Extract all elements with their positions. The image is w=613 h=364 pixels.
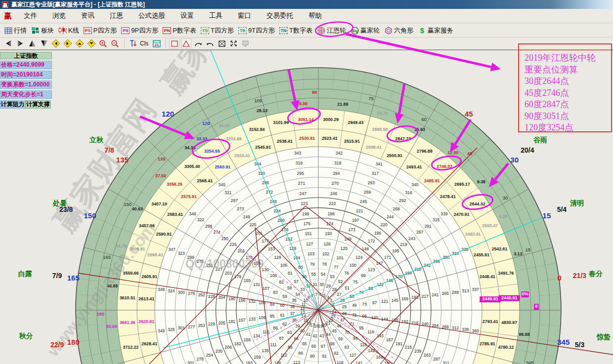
rim-solar-term-label: 秋分 xyxy=(19,332,33,340)
rect-tool-button[interactable] xyxy=(169,39,179,48)
rim-solar-term-label: 清明 xyxy=(570,199,584,207)
svg-text:Cls: Cls xyxy=(140,40,148,47)
svg-text:68: 68 xyxy=(330,341,335,346)
svg-text:3356.25: 3356.25 xyxy=(167,182,182,187)
svg-text:15.63: 15.63 xyxy=(414,127,425,132)
annotation-line-3: 30度2644点 xyxy=(525,76,596,87)
calendar-button[interactable]: 21 xyxy=(151,39,162,48)
tri-down-button[interactable] xyxy=(39,39,49,48)
svg-text:129: 129 xyxy=(274,255,281,260)
svg-text:191: 191 xyxy=(395,341,402,346)
menu-item-2[interactable]: 浏览 xyxy=(47,10,71,22)
diamond-right-button[interactable] xyxy=(62,39,73,48)
svg-text:273: 273 xyxy=(237,206,244,211)
svg-text:34: 34 xyxy=(295,292,300,297)
svg-text:3.13: 3.13 xyxy=(514,251,522,256)
toolbar-item-行情[interactable]: 行情 xyxy=(4,26,27,35)
svg-text:2500.91: 2500.91 xyxy=(387,153,402,158)
menu-item-4[interactable]: 江恩 xyxy=(104,10,129,22)
zoom-out-button[interactable] xyxy=(110,39,120,48)
toolbar-item-K线[interactable]: K线 xyxy=(58,26,79,35)
diamond-down-button[interactable] xyxy=(86,39,96,48)
svg-text:3407.10: 3407.10 xyxy=(151,202,167,206)
tri-right-button[interactable] xyxy=(15,39,25,48)
svg-text:3: 3 xyxy=(330,298,332,303)
resize-button[interactable] xyxy=(228,39,239,48)
toolbar-item-T四方形[interactable]: TST四方形 xyxy=(201,26,234,35)
svg-text:2568.41: 2568.41 xyxy=(197,178,213,183)
toolbar-item-江恩轮[interactable]: 江恩轮 xyxy=(317,26,346,35)
toolbar-item-label: 行情 xyxy=(14,26,27,35)
menu-item-8[interactable]: 窗口 xyxy=(232,10,257,22)
svg-text:3152.84: 3152.84 xyxy=(249,127,265,132)
svg-text:111: 111 xyxy=(270,342,277,347)
menu-app-logo-icon: 赢 xyxy=(4,11,11,21)
calc-resistance-button[interactable]: 计算阻力 xyxy=(0,100,25,109)
svg-text:3101.99: 3101.99 xyxy=(273,120,289,125)
toolbar-item-赢家服务[interactable]: $赢家服务 xyxy=(418,26,453,35)
svg-text:2491.76: 2491.76 xyxy=(498,271,514,276)
box-x-button[interactable] xyxy=(217,39,227,48)
svg-text:126: 126 xyxy=(324,242,331,246)
toolbar-item-P四方形[interactable]: PSP四方形 xyxy=(84,26,117,35)
rim-solar-term-label: 处暑 xyxy=(52,199,67,207)
svg-text:3051.14: 3051.14 xyxy=(298,117,314,122)
svg-text:90: 90 xyxy=(312,89,317,95)
window-title: 赢家江恩专业版[赢家服务平台] - [上证指数 江恩轮] xyxy=(11,0,145,9)
svg-text:95: 95 xyxy=(359,325,364,330)
tri-left-button[interactable] xyxy=(3,39,13,48)
svg-text:40.63: 40.63 xyxy=(132,206,143,211)
svg-text:36: 36 xyxy=(290,304,295,309)
menu-item-6[interactable]: 设置 xyxy=(175,10,199,22)
zoom-in-button[interactable] xyxy=(98,39,108,48)
toolbar-item-9T四方形[interactable]: T99T四方形 xyxy=(238,26,275,35)
svg-text:2463.41: 2463.41 xyxy=(465,232,481,237)
badge-ps: PS xyxy=(84,27,92,34)
arc-ccw-button[interactable] xyxy=(205,39,215,48)
menu-item-1[interactable]: 文件 xyxy=(18,10,43,22)
svg-text:2440.91: 2440.91 xyxy=(501,295,518,300)
menu-item-3[interactable]: 资讯 xyxy=(76,10,100,22)
svg-text:347: 347 xyxy=(169,247,175,252)
svg-text:2613.41: 2613.41 xyxy=(138,296,154,301)
menu-item-10[interactable]: 帮助 xyxy=(303,10,327,22)
svg-text:103: 103 xyxy=(307,251,314,256)
svg-text:2493.41: 2493.41 xyxy=(406,164,422,169)
svg-text:49: 49 xyxy=(352,303,357,308)
arc-cw-button[interactable] xyxy=(193,39,203,48)
triangle-tool-button[interactable] xyxy=(181,39,191,48)
toolbar-separator xyxy=(166,39,167,48)
menu-item-7[interactable]: 工具 xyxy=(204,10,228,22)
svg-text:28.13: 28.13 xyxy=(257,108,267,113)
svg-text:150: 150 xyxy=(325,231,332,236)
toolbar-item-六角形[interactable]: 六角形 xyxy=(384,26,413,35)
menu-item-9[interactable]: 交易委托 xyxy=(261,10,299,22)
diamond-left-button[interactable] xyxy=(50,39,61,48)
toolbar-item-P数字表[interactable]: PNP数字表 xyxy=(163,26,196,35)
toolbar-item-9P四方形[interactable]: P99P四方形 xyxy=(121,26,158,35)
kline-icon xyxy=(58,27,67,34)
toolbar-item-T数字表[interactable]: TNT数字表 xyxy=(279,26,312,35)
svg-text:2545.91: 2545.91 xyxy=(255,145,271,150)
svg-text:243: 243 xyxy=(408,236,415,241)
diamond-up-button[interactable] xyxy=(74,39,85,48)
tri-up-button[interactable] xyxy=(27,39,37,48)
toolbar-separator xyxy=(124,39,125,48)
toolbar-item-板块[interactable]: 板块 xyxy=(31,26,54,35)
toolbar-item-赢家轮[interactable]: Big赢家轮 xyxy=(350,26,380,35)
board-button[interactable] xyxy=(240,39,251,48)
svg-text:197: 197 xyxy=(352,218,359,223)
svg-text:3254.55: 3254.55 xyxy=(204,149,220,154)
svg-text:3610.51: 3610.51 xyxy=(120,295,135,300)
t-scale-button[interactable] xyxy=(128,39,138,48)
menu-item-5[interactable]: 公式选股 xyxy=(133,10,171,22)
svg-text:135: 135 xyxy=(262,348,269,353)
svg-text:325: 325 xyxy=(168,327,175,332)
svg-text:155: 155 xyxy=(244,278,251,283)
cls-button[interactable]: Cls xyxy=(139,39,150,48)
svg-text:113: 113 xyxy=(293,360,300,364)
calc-support-button[interactable]: 计算支撑 xyxy=(25,100,51,109)
svg-text:93: 93 xyxy=(345,345,350,350)
svg-text:198: 198 xyxy=(328,211,335,216)
svg-text:321: 321 xyxy=(224,190,231,195)
